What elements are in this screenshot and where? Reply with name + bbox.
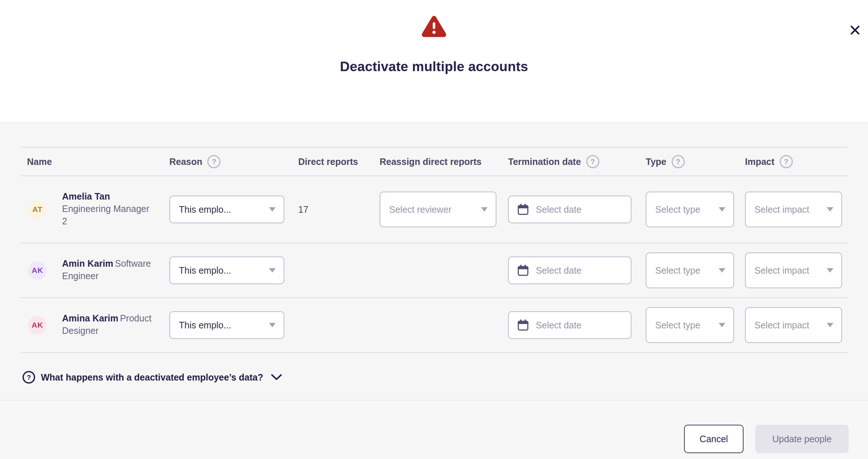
impact-select[interactable]: Select impact <box>745 252 842 288</box>
chevron-down-icon <box>719 323 725 327</box>
employee-name: Amelia Tan <box>62 191 110 201</box>
calendar-icon <box>518 204 529 215</box>
warning-icon <box>420 15 448 38</box>
employee-cell: AK Amina Karim Product Designer <box>21 298 169 352</box>
help-icon[interactable]: ? <box>207 155 220 168</box>
column-header-impact: Impact ? <box>745 155 848 168</box>
avatar: AK <box>28 316 47 335</box>
deactivation-table: Name Reason ? Direct reports Reassign di… <box>21 147 848 384</box>
table-row: AT Amelia Tan Engineering Manager 2 This… <box>21 176 848 243</box>
reassign-reviewer-select[interactable]: Select reviewer <box>380 192 496 227</box>
employee-name: Amin Karim <box>62 258 113 269</box>
chevron-down-icon <box>719 268 725 273</box>
avatar: AK <box>28 261 47 280</box>
question-circle-icon: ? <box>22 370 36 384</box>
chevron-down-icon <box>269 207 276 212</box>
column-header-reassign: Reassign direct reports <box>380 157 508 167</box>
table-row: AK Amin Karim Software Engineer This emp… <box>21 243 848 298</box>
modal-body: Name Reason ? Direct reports Reassign di… <box>0 123 868 400</box>
modal-footer: Cancel Update people <box>0 400 868 459</box>
table-row: AK Amina Karim Product Designer This emp… <box>21 298 848 353</box>
column-header-name: Name <box>21 157 169 167</box>
close-icon <box>850 25 860 35</box>
column-header-reason: Reason ? <box>169 155 298 168</box>
modal-header: Deactivate multiple accounts <box>0 15 868 123</box>
calendar-icon <box>518 319 529 331</box>
chevron-down-icon <box>269 323 276 327</box>
chevron-down-icon <box>269 268 276 273</box>
modal-title: Deactivate multiple accounts <box>0 59 868 74</box>
chevron-down-icon <box>270 374 283 381</box>
svg-text:?: ? <box>27 374 31 381</box>
termination-date-input[interactable]: Select date <box>508 256 631 284</box>
help-icon[interactable]: ? <box>672 155 685 168</box>
type-select[interactable]: Select type <box>646 252 734 288</box>
employee-name: Amina Karim <box>62 313 118 323</box>
termination-date-input[interactable]: Select date <box>508 311 631 339</box>
chevron-down-icon <box>827 268 833 273</box>
update-people-button[interactable]: Update people <box>755 425 849 453</box>
column-header-termination-date: Termination date ? <box>508 155 646 168</box>
calendar-icon <box>518 265 529 276</box>
help-icon[interactable]: ? <box>586 155 599 168</box>
column-header-type: Type ? <box>646 155 745 168</box>
impact-select[interactable]: Select impact <box>745 192 842 227</box>
chevron-down-icon <box>481 207 488 212</box>
deactivated-data-disclosure[interactable]: ? What happens with a deactivated employ… <box>22 370 283 384</box>
employee-cell: AT Amelia Tan Engineering Manager 2 <box>21 176 169 243</box>
impact-select[interactable]: Select impact <box>745 307 842 343</box>
termination-date-input[interactable]: Select date <box>508 196 631 223</box>
employee-cell: AK Amin Karim Software Engineer <box>21 243 169 297</box>
avatar: AT <box>28 200 47 219</box>
type-select[interactable]: Select type <box>646 192 734 227</box>
close-button[interactable] <box>845 20 864 39</box>
chevron-down-icon <box>827 207 833 212</box>
chevron-down-icon <box>827 323 833 327</box>
deactivate-accounts-modal: Deactivate multiple accounts Name Reason… <box>0 15 868 459</box>
direct-reports-count: 17 <box>298 204 380 215</box>
cancel-button[interactable]: Cancel <box>684 425 744 453</box>
reason-select[interactable]: This emplo... <box>169 256 284 284</box>
disclosure-label: What happens with a deactivated employee… <box>41 372 263 383</box>
reason-select[interactable]: This emplo... <box>169 196 284 223</box>
table-header-row: Name Reason ? Direct reports Reassign di… <box>21 147 848 176</box>
type-select[interactable]: Select type <box>646 307 734 343</box>
column-header-direct-reports: Direct reports <box>298 157 380 167</box>
chevron-down-icon <box>719 207 725 212</box>
reason-select[interactable]: This emplo... <box>169 311 284 339</box>
help-icon[interactable]: ? <box>780 155 793 168</box>
employee-role: Engineering Manager 2 <box>62 204 149 226</box>
